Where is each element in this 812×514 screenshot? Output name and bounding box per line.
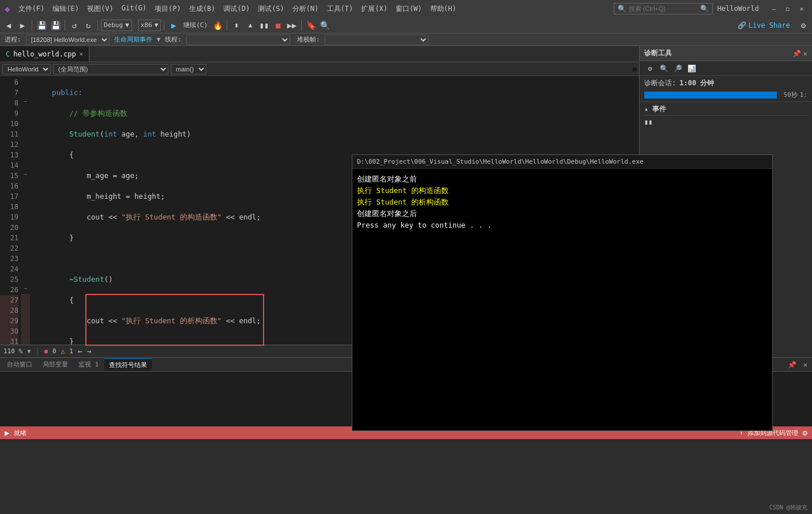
- menu-test[interactable]: 测试(S): [254, 3, 288, 15]
- forward-button[interactable]: ▶: [16, 19, 29, 32]
- stack-select[interactable]: [325, 35, 428, 45]
- tab-find-symbol[interactable]: 查找符号结果: [104, 358, 152, 371]
- platform-dropdown[interactable]: x86 ▼: [138, 20, 161, 31]
- fold-icon-26[interactable]: −: [21, 284, 30, 294]
- menu-view[interactable]: 视图(V): [84, 3, 117, 15]
- redo-button[interactable]: ↻: [82, 19, 95, 32]
- stop-btn[interactable]: ■: [272, 19, 284, 32]
- events-pause-btn[interactable]: ▮▮: [644, 118, 652, 126]
- session-time: 1:00 分钟: [679, 78, 714, 88]
- code-gutter: − −: [21, 76, 30, 345]
- status-left: ▶ 就绪: [5, 428, 27, 437]
- editor-tab-bar: C hello_world.cpp ✕: [0, 46, 639, 62]
- maximize-button[interactable]: ◻: [782, 3, 794, 14]
- stack-label: 堆栈帧:: [297, 35, 320, 44]
- class-scope-select[interactable]: HelloWorld: [2, 64, 51, 74]
- separator-2: [65, 20, 65, 31]
- tab-watch[interactable]: 监视 1: [74, 358, 103, 371]
- method-select[interactable]: main(): [171, 64, 206, 74]
- menu-extensions[interactable]: 扩展(X): [358, 3, 391, 15]
- process-select[interactable]: [18208] HelloWorld.exe: [26, 35, 110, 45]
- diag-graph-btn[interactable]: 📊: [686, 63, 697, 74]
- bottom-right-pin-btn[interactable]: 📌: [785, 361, 799, 369]
- menu-window[interactable]: 窗口(W): [392, 3, 426, 15]
- console-line-5: Press any key to continue . . .: [357, 220, 768, 231]
- menu-file[interactable]: 文件(F): [15, 3, 48, 15]
- console-output: 创建匿名对象之前 执行 Student 的构造函数 执行 Student 的析构…: [352, 169, 772, 430]
- settings-btn[interactable]: ⚙: [797, 19, 810, 32]
- search-input[interactable]: [629, 5, 698, 12]
- close-button[interactable]: ✕: [796, 3, 807, 14]
- tab-locals[interactable]: 局部变量: [38, 358, 73, 371]
- search-box[interactable]: 🔍 🔍: [614, 3, 713, 14]
- tab-auto-window[interactable]: 自动窗口: [2, 358, 37, 371]
- zoom-dropdown[interactable]: ▼: [27, 348, 31, 354]
- nav-forward-arrow[interactable]: →: [87, 347, 92, 356]
- diagnostics-session: 诊断会话: 1:00 分钟 50秒 1:: [640, 76, 812, 102]
- back-button[interactable]: ◀: [2, 19, 15, 32]
- settings-gear-btn[interactable]: ⚙: [803, 428, 807, 437]
- process-label: 进程:: [5, 35, 21, 44]
- separator-4: [164, 20, 164, 31]
- watermark: CSDN @韩骏充: [769, 504, 807, 512]
- save-button[interactable]: 💾: [35, 19, 48, 32]
- tab-close-button[interactable]: ✕: [80, 50, 84, 58]
- diag-zoom-in-btn[interactable]: 🔍: [658, 63, 670, 74]
- zoom-level[interactable]: 110 %: [3, 347, 22, 355]
- minimize-button[interactable]: —: [768, 3, 780, 14]
- vs-logo: ◆: [5, 3, 10, 14]
- namespace-select[interactable]: (全局范围): [53, 64, 168, 74]
- bookmark-btn[interactable]: 🔖: [304, 19, 317, 32]
- pause-btn[interactable]: ▮▮: [258, 19, 270, 32]
- diagnostics-events: ▴ 事件 ▮▮: [640, 102, 812, 128]
- menu-help[interactable]: 帮助(H): [427, 3, 460, 15]
- save-all-button[interactable]: 💾: [49, 19, 62, 32]
- diagnostics-title: 诊断工具: [644, 48, 672, 58]
- continue-button[interactable]: ▶: [167, 19, 180, 32]
- bottom-left-tabs: 自动窗口 局部变量 监视 1 查找符号结果: [2, 358, 152, 371]
- timeline-label: 50秒: [784, 90, 798, 99]
- diag-close-btn[interactable]: ✕: [803, 50, 807, 58]
- nav-back-arrow[interactable]: ←: [78, 347, 82, 356]
- editor-tab-hello-world-cpp[interactable]: C hello_world.cpp ✕: [0, 46, 89, 62]
- continue-label: 继续(C): [181, 21, 210, 29]
- timeline-end: 1:: [800, 91, 807, 99]
- menu-bar: 文件(F) 编辑(E) 视图(V) Git(G) 项目(P) 生成(B) 调试(…: [15, 3, 460, 15]
- live-share-button[interactable]: 🔗 Live Share: [734, 20, 794, 31]
- restart-btn[interactable]: ▶▶: [285, 19, 298, 32]
- separator-zoom: |: [35, 347, 39, 356]
- editor-nav-bar: HelloWorld (全局范围) main() ⚙: [0, 62, 639, 76]
- step-over-btn[interactable]: ▮: [230, 19, 243, 32]
- step-into-btn[interactable]: ▲: [244, 19, 257, 32]
- find-btn[interactable]: 🔍: [318, 19, 331, 32]
- menu-debug[interactable]: 调试(D): [220, 3, 253, 15]
- fold-icon-8[interactable]: −: [21, 97, 30, 107]
- diag-settings-btn[interactable]: ⚙: [644, 63, 656, 74]
- warning-icon: △: [61, 347, 65, 355]
- diag-zoom-out-btn[interactable]: 🔎: [672, 63, 683, 74]
- bottom-right-close-btn[interactable]: ✕: [801, 361, 810, 369]
- separator-6: [301, 20, 302, 31]
- console-window: D:\002_Project\006_Visual_Studio\HelloWo…: [352, 154, 773, 431]
- live-share-label: Live Share: [749, 21, 790, 29]
- menu-build[interactable]: 生成(B): [186, 3, 219, 15]
- debug-mode-dropdown[interactable]: Debug ▼: [101, 20, 132, 31]
- fold-icon-15[interactable]: −: [21, 169, 30, 180]
- status-icon: ▶: [5, 428, 9, 437]
- tab-filename: hello_world.cpp: [13, 50, 76, 58]
- diag-pin-btn[interactable]: 📌: [792, 50, 801, 58]
- editor-settings-btn[interactable]: ⚙: [633, 65, 637, 73]
- menu-git[interactable]: Git(G): [118, 3, 150, 15]
- diagnostics-header: 诊断工具 📌 ✕: [640, 46, 812, 61]
- toolbar: ◀ ▶ 💾 💾 ↺ ↻ Debug ▼ x86 ▼ ▶ 继续(C) 🔥 ▮ ▲ …: [0, 17, 812, 33]
- lifecycle-btn[interactable]: 生命周期事件: [114, 35, 152, 44]
- undo-button[interactable]: ↺: [68, 19, 81, 32]
- menu-analyze[interactable]: 分析(N): [289, 3, 322, 15]
- menu-tools[interactable]: 工具(T): [324, 3, 357, 15]
- menu-project[interactable]: 项目(P): [151, 3, 185, 15]
- status-text: 就绪: [14, 429, 27, 437]
- diag-header-controls: 📌 ✕: [792, 50, 807, 58]
- thread-select[interactable]: [186, 35, 290, 45]
- hot-reload-button[interactable]: 🔥: [211, 19, 224, 32]
- menu-edit[interactable]: 编辑(E): [49, 3, 82, 15]
